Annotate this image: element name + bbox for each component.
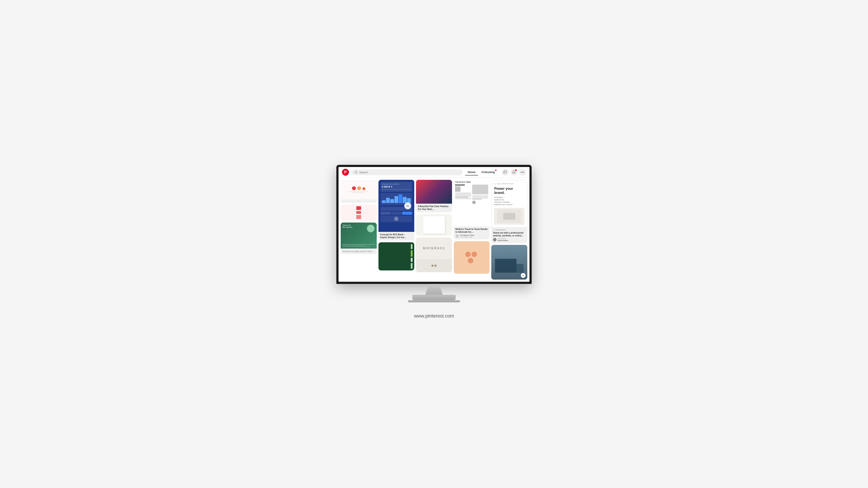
color-palette-title: 8 Beautiful Flat Color Palettes For Your… bbox=[418, 205, 450, 210]
whitebook-inner bbox=[423, 216, 445, 234]
newspaper-logo: THE EPOCH TIMES bbox=[455, 181, 489, 183]
squarespace-promoted-row: Promoted by Squarespace bbox=[493, 238, 526, 241]
cosmetic-stick-2 bbox=[411, 250, 412, 257]
sq-tag-2: WEBSITES. bbox=[494, 199, 525, 201]
sq-tag-4: MARKETING TOOLS bbox=[494, 204, 525, 206]
green-poster-circle bbox=[367, 225, 375, 232]
news-line-5 bbox=[455, 196, 471, 196]
newspaper-dots: ··· bbox=[487, 181, 488, 184]
peach-circle-3 bbox=[468, 258, 473, 263]
more-icon: ••• bbox=[521, 170, 525, 174]
news-line-8 bbox=[455, 199, 471, 199]
pinterest-nav: P Home Following bbox=[339, 167, 529, 177]
newspaper-source-row: The Epoch Times Front Page Design bbox=[456, 234, 488, 238]
rockhaus-bottom bbox=[416, 259, 452, 272]
pin-column-5: ◻ SQUARESPACE Power your brand. DOMAINS … bbox=[491, 180, 527, 280]
news-line-b1 bbox=[472, 195, 489, 196]
rb-circle-2 bbox=[434, 265, 437, 267]
pin-card-design[interactable] bbox=[341, 204, 377, 221]
monitor-stand-foot bbox=[408, 300, 460, 302]
color-palette-img bbox=[416, 180, 452, 204]
color-palette-info: 8 Beautiful Flat Color Palettes For Your… bbox=[416, 204, 452, 212]
whitebook-img bbox=[416, 214, 452, 236]
news-headline-1 bbox=[455, 185, 465, 186]
sq-tag-1: DOMAINS bbox=[494, 196, 525, 198]
pin-card-bcs[interactable]: Компоненты и элементы 2 500 ₽ ✦ bbox=[378, 180, 414, 240]
news-line-b4 bbox=[472, 198, 489, 198]
squarespace-ad-content: ◻ SQUARESPACE Power your brand. DOMAINS … bbox=[491, 180, 527, 228]
newspaper-img: THE EPOCH TIMES bbox=[454, 180, 490, 226]
pin-card-squarespace[interactable]: ◻ SQUARESPACE Power your brand. DOMAINS … bbox=[491, 180, 527, 243]
monitor-stand-base bbox=[412, 295, 456, 300]
rb-circle-1 bbox=[431, 265, 434, 267]
rockhaus-img: ROCKHAUS bbox=[416, 237, 452, 259]
pin-card-room[interactable]: + bbox=[491, 245, 527, 280]
peach-img bbox=[454, 241, 490, 274]
url-bar: www.pinterest.com bbox=[414, 313, 454, 319]
newspaper-source-sub: Front Page Design bbox=[460, 236, 474, 238]
pin-card-rockhaus[interactable]: ROCKHAUS bbox=[416, 237, 452, 272]
promoted-label: Promoted by bbox=[498, 238, 508, 239]
squarespace-img bbox=[494, 208, 525, 225]
news-line-b2 bbox=[472, 196, 489, 197]
news-line-1 bbox=[455, 193, 471, 193]
news-line-b3 bbox=[472, 197, 489, 198]
peach-circle-2 bbox=[471, 252, 477, 257]
pin-card-green-poster[interactable]: Time is ofthe essence We focus on qualit… bbox=[341, 223, 377, 254]
bcs-title: Concept for BCS Bank – Inspire Design | … bbox=[380, 233, 413, 239]
nav-following[interactable]: Following bbox=[479, 169, 497, 175]
bell-icon bbox=[512, 170, 516, 174]
pin-card-recipe[interactable]: ··· bbox=[341, 180, 377, 203]
search-icon bbox=[354, 171, 358, 174]
pin-column-3: 8 Beautiful Flat Color Palettes For Your… bbox=[416, 180, 452, 280]
squarespace-cta: Stand out with a professional website, p… bbox=[493, 231, 526, 237]
news-line-3 bbox=[455, 194, 471, 195]
pin-card-peach[interactable] bbox=[454, 241, 490, 274]
pin-card-whitebook[interactable] bbox=[416, 214, 452, 236]
squarespace-domain: Squarespace bbox=[495, 229, 505, 231]
svg-line-1 bbox=[356, 173, 357, 173]
message-icon bbox=[503, 170, 507, 174]
bcs-info: Concept for BCS Bank – Inspire Design | … bbox=[378, 232, 414, 240]
pin-card-cosmetics[interactable] bbox=[378, 242, 414, 270]
pin-card-newspaper[interactable]: THE EPOCH TIMES bbox=[454, 180, 490, 239]
more-button[interactable]: ••• bbox=[519, 169, 526, 176]
news-line-2 bbox=[455, 193, 471, 194]
pin-column-2: Компоненты и элементы 2 500 ₽ ✦ bbox=[378, 180, 414, 280]
green-poster-info: We focus on quality work for client... bbox=[341, 249, 377, 254]
notification-badge bbox=[515, 169, 517, 171]
squarespace-promoted-info: Promoted by Squarespace bbox=[498, 238, 508, 241]
plus-button[interactable]: + bbox=[521, 273, 526, 278]
squarespace-avatar bbox=[493, 238, 496, 241]
monitor-wrapper: P Home Following bbox=[336, 165, 532, 319]
pin-grid: ··· Time is ofthe essence bbox=[339, 177, 529, 282]
newspaper-info: Mothers Travel to Texas Border to Advoca… bbox=[454, 226, 490, 239]
news-line-7 bbox=[455, 198, 471, 198]
pin-dots-1: ··· bbox=[341, 199, 377, 203]
search-input[interactable] bbox=[359, 171, 459, 174]
newspaper-source-name: The Epoch Times bbox=[460, 234, 474, 236]
cosmetic-stick-4 bbox=[411, 263, 412, 269]
palette-dots: ··· bbox=[449, 181, 451, 184]
pin-column-4: THE EPOCH TIMES bbox=[454, 180, 490, 280]
news-line-b5 bbox=[472, 199, 482, 199]
news-line-4 bbox=[455, 195, 471, 196]
sq-tag-3: ONLINE STORES bbox=[494, 201, 525, 203]
peach-circles bbox=[465, 252, 478, 263]
pin-card-color-palette[interactable]: 8 Beautiful Flat Color Palettes For Your… bbox=[416, 180, 452, 212]
messages-button[interactable] bbox=[502, 169, 509, 176]
monitor-screen: P Home Following bbox=[336, 165, 532, 284]
news-line-6 bbox=[455, 197, 468, 197]
squarespace-external-icon: ↗ bbox=[493, 229, 495, 231]
following-badge bbox=[495, 170, 496, 171]
search-bar[interactable] bbox=[351, 169, 462, 175]
nav-home[interactable]: Home bbox=[465, 169, 478, 175]
pinterest-logo[interactable]: P bbox=[342, 169, 349, 176]
pin-column-1: ··· Time is ofthe essence bbox=[341, 180, 377, 280]
cosmetic-stick-3 bbox=[411, 258, 412, 262]
newspaper-source: The Epoch Times Front Page Design bbox=[460, 234, 474, 238]
promoted-by-name: Squarespace bbox=[498, 239, 508, 241]
squarespace-info: ↗ Squarespace Stand out with a professio… bbox=[491, 228, 527, 243]
monitor-stand-neck bbox=[425, 284, 443, 295]
notifications-button[interactable] bbox=[510, 169, 517, 176]
